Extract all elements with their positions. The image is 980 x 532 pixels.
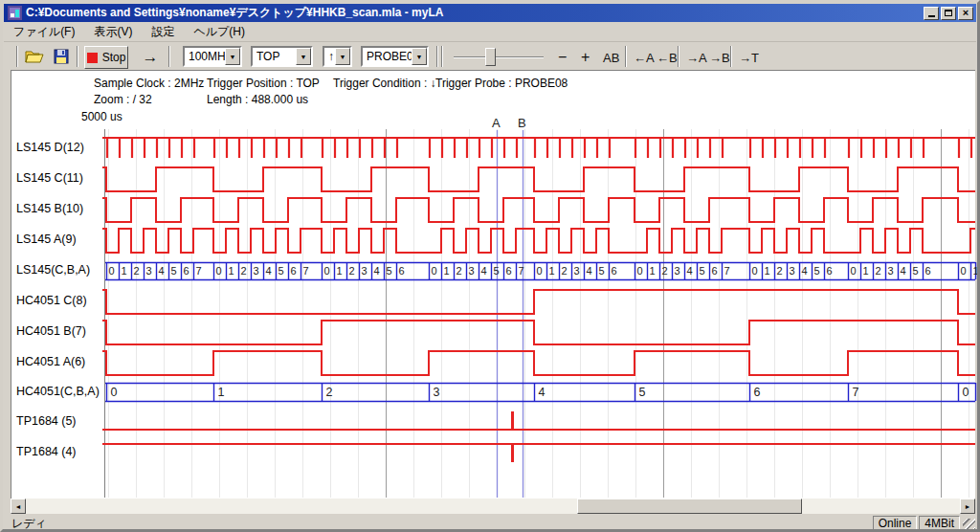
menu-settings[interactable]: 設定 xyxy=(142,22,184,42)
toolbar-separator xyxy=(678,46,679,67)
trigger-position-select[interactable]: TOP ▼ xyxy=(251,46,313,67)
sample-clock-info: Sample Clock : 2MHz xyxy=(94,77,204,90)
probe-select[interactable]: PROBE00 ▼ xyxy=(361,46,429,67)
status-memory: 4MBit xyxy=(919,516,960,531)
scrollbar-thumb[interactable] xyxy=(577,499,802,514)
scroll-left-button[interactable]: ◄ xyxy=(11,499,26,514)
toolbar-separator xyxy=(77,46,78,67)
open-folder-icon xyxy=(25,49,44,64)
trigger-position-info: Trigger Position : TOP xyxy=(207,77,320,90)
cursor-a-label[interactable]: A xyxy=(492,116,501,130)
window-title: C:¥Documents and Settings¥noname¥デスクトップ¥… xyxy=(26,5,924,21)
trigger-edge-select[interactable]: ↑ ▼ xyxy=(323,46,352,67)
scroll-right-button[interactable]: ► xyxy=(960,499,975,514)
floppy-disk-icon xyxy=(54,49,69,64)
channel-label: HC4051 A(6) xyxy=(16,355,85,368)
channel-label: LS145 B(10) xyxy=(16,202,83,215)
trigger-position-value: TOP xyxy=(253,48,296,65)
horizontal-scrollbar[interactable]: ◄ ► xyxy=(11,499,975,514)
close-button[interactable]: × xyxy=(958,7,973,20)
channel-label: LS145 C(11) xyxy=(16,171,83,185)
trigger-edge-value: ↑ xyxy=(324,48,335,65)
chevron-down-icon[interactable]: ▼ xyxy=(412,48,427,65)
probe-value: PROBE00 xyxy=(363,48,412,65)
status-online: Online xyxy=(873,516,918,531)
toolbar: Stop → 100MHz ▼ TOP ▼ ↑ ▼ PROBE00 ▼ − + … xyxy=(4,43,976,70)
minimize-button[interactable] xyxy=(924,7,939,20)
goto-trigger-button[interactable]: →T xyxy=(735,46,763,69)
stop-button[interactable]: Stop xyxy=(84,46,128,69)
app-window: C:¥Documents and Settings¥noname¥デスクトップ¥… xyxy=(0,0,980,532)
trigger-probe-info: Trigger Probe : PROBE08 xyxy=(435,77,568,90)
chevron-down-icon[interactable]: ▼ xyxy=(296,48,311,65)
trigger-condition-info: Trigger Condition : ↓ xyxy=(333,77,436,90)
zoom-info: Zoom : / 32 xyxy=(94,93,152,106)
maximize-icon xyxy=(945,10,952,16)
toolbar-separator xyxy=(436,46,438,67)
toolbar-grip xyxy=(441,46,443,67)
toolbar-separator xyxy=(730,46,732,67)
waveform-panel xyxy=(11,70,975,499)
sample-clock-select[interactable]: 100MHz ▼ xyxy=(183,46,242,67)
channel-label: TP1684 (5) xyxy=(16,414,77,428)
statusbar: レディ Online 4MBit xyxy=(4,515,976,532)
run-button[interactable]: → xyxy=(136,46,165,69)
zoom-in-button[interactable]: + xyxy=(577,46,593,69)
sample-clock-value: 100MHz xyxy=(185,48,225,65)
chevron-down-icon[interactable]: ▼ xyxy=(335,48,350,65)
menu-file[interactable]: ファイル(F) xyxy=(4,22,84,42)
toolbar-grip xyxy=(16,46,18,67)
stop-icon xyxy=(87,53,98,63)
maximize-button[interactable] xyxy=(941,7,956,20)
toolbar-separator xyxy=(168,46,170,67)
titlebar: C:¥Documents and Settings¥noname¥デスクトップ¥… xyxy=(4,4,976,22)
menu-help[interactable]: ヘルプ(H) xyxy=(184,22,255,42)
ab-cursors-button[interactable]: AB xyxy=(599,46,623,69)
zoom-slider-track[interactable] xyxy=(454,56,544,58)
time-scale-label: 5000 us xyxy=(81,110,122,123)
menu-view[interactable]: 表示(V) xyxy=(84,22,142,42)
zoom-out-button[interactable]: − xyxy=(554,46,570,69)
chevron-down-icon[interactable]: ▼ xyxy=(225,48,240,65)
channel-label: HC4051(C,B,A) xyxy=(16,385,100,398)
minimize-icon xyxy=(928,9,935,17)
app-icon xyxy=(8,6,22,20)
channel-label: LS145 D(12) xyxy=(16,141,84,154)
toolbar-separator xyxy=(625,46,627,67)
stop-label: Stop xyxy=(102,51,126,64)
cursor-b-label[interactable]: B xyxy=(518,116,526,130)
resize-grip[interactable] xyxy=(963,519,975,531)
status-ready: レディ xyxy=(4,516,871,532)
channel-label: LS145 A(9) xyxy=(16,233,77,246)
open-file-button[interactable] xyxy=(23,46,46,67)
save-button[interactable] xyxy=(50,46,73,67)
zoom-slider-thumb[interactable] xyxy=(485,48,496,66)
menubar: ファイル(F) 表示(V) 設定 ヘルプ(H) xyxy=(4,22,976,42)
length-info: Length : 488.000 us xyxy=(207,93,308,106)
channel-label: HC4051 C(8) xyxy=(16,294,87,307)
channel-label: LS145(C,B,A) xyxy=(16,263,90,277)
channel-label: TP1684 (4) xyxy=(16,445,77,458)
channel-label: HC4051 B(7) xyxy=(16,324,86,338)
